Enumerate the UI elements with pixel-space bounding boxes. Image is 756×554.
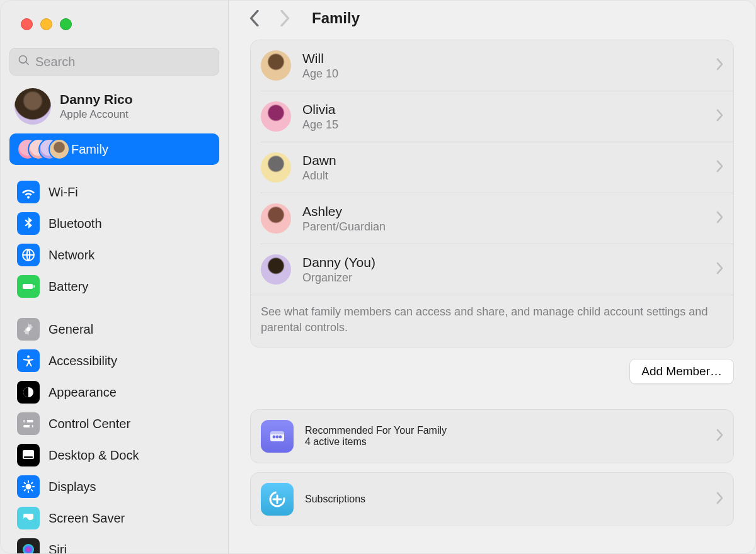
family-members-card: WillAge 10OliviaAge 15DawnAdultAshleyPar… (250, 40, 734, 348)
subscriptions-icon (261, 483, 294, 516)
family-member-row[interactable]: DawnAdult (261, 142, 733, 193)
sidebar-item-label: Siri (49, 543, 67, 554)
displays-icon (17, 475, 40, 498)
sidebar-item-screen-saver[interactable]: Screen Saver (9, 502, 219, 534)
sidebar-item-bluetooth[interactable]: Bluetooth (9, 208, 219, 239)
window-controls (9, 1, 219, 38)
sidebar-item-accessibility[interactable]: Accessibility (9, 345, 219, 376)
sidebar-item-label: Control Center (49, 417, 130, 431)
search-field[interactable] (9, 48, 219, 76)
sidebar-item-label: Bluetooth (49, 217, 102, 231)
sidebar-item-label: Desktop & Dock (49, 448, 139, 463)
recommended-subtitle: 4 active items (305, 436, 447, 448)
chevron-right-icon (716, 58, 723, 73)
settings-window: Danny Rico Apple Account Family Wi-FiBlu… (1, 1, 755, 553)
account-role: Apple Account (60, 108, 133, 121)
sidebar-item-label: Displays (49, 480, 96, 494)
subscriptions-title: Subscriptions (305, 494, 365, 505)
svg-rect-2 (33, 285, 35, 288)
gear-icon (17, 318, 40, 341)
family-member-row[interactable]: Danny (You)Organizer (261, 244, 733, 295)
sidebar-item-appearance[interactable]: Appearance (9, 376, 219, 408)
member-avatar (261, 152, 291, 183)
titlebar: Family (229, 1, 755, 37)
sidebar-item-label: Appearance (49, 385, 117, 400)
subscriptions-card[interactable]: Subscriptions (250, 472, 734, 526)
member-detail: Adult (302, 169, 336, 183)
chevron-right-icon (716, 429, 723, 444)
sidebar-item-network[interactable]: Network (9, 239, 219, 271)
member-name: Ashley (302, 204, 386, 219)
member-name: Danny (You) (302, 255, 375, 270)
svg-point-14 (23, 544, 34, 553)
svg-point-7 (25, 420, 28, 423)
family-access-note: See what family members can access and s… (251, 295, 733, 347)
svg-rect-11 (24, 456, 33, 458)
member-detail: Organizer (302, 271, 375, 285)
close-window-button[interactable] (21, 18, 33, 30)
member-detail: Parent/Guardian (302, 220, 386, 234)
sidebar-item-label: Network (49, 248, 94, 263)
sidebar-item-displays[interactable]: Displays (9, 471, 219, 502)
account-row[interactable]: Danny Rico Apple Account (9, 83, 219, 133)
sidebar-item-label: Screen Saver (49, 511, 125, 526)
minimize-window-button[interactable] (40, 18, 52, 30)
add-member-button[interactable]: Add Member… (629, 359, 734, 384)
appearance-icon (17, 381, 40, 404)
family-avatars-icon (17, 138, 62, 161)
back-button[interactable] (246, 9, 264, 27)
bluetooth-icon (17, 212, 40, 235)
chevron-right-icon (716, 160, 723, 175)
recommended-icon (261, 420, 294, 453)
accessibility-icon (17, 349, 40, 372)
zoom-window-button[interactable] (60, 18, 72, 30)
chevron-right-icon (716, 211, 723, 226)
sidebar-item-siri[interactable]: Siri (9, 534, 219, 553)
svg-point-16 (273, 436, 276, 439)
member-avatar (261, 101, 291, 132)
account-name: Danny Rico (60, 92, 133, 107)
account-avatar (14, 88, 51, 125)
main-content: Family WillAge 10OliviaAge 15DawnAdultAs… (229, 1, 755, 553)
sidebar-item-desktop-dock[interactable]: Desktop & Dock (9, 439, 219, 471)
sidebar-item-wi-fi[interactable]: Wi-Fi (9, 176, 219, 208)
battery-icon (17, 275, 40, 298)
sidebar-item-label: Family (71, 142, 108, 157)
member-avatar (261, 254, 291, 285)
svg-point-12 (26, 484, 32, 490)
wifi-icon (17, 181, 40, 203)
search-input[interactable] (35, 55, 211, 69)
svg-rect-1 (23, 284, 33, 289)
family-member-row[interactable]: WillAge 10 (261, 40, 733, 91)
member-name: Will (302, 51, 338, 66)
sidebar-item-label: Battery (49, 280, 88, 294)
sidebar-item-battery[interactable]: Battery (9, 271, 219, 302)
chevron-right-icon (716, 109, 723, 124)
member-avatar (261, 203, 291, 234)
siri-icon (17, 538, 40, 553)
svg-point-17 (276, 436, 279, 439)
page-title: Family (312, 9, 360, 27)
sidebar: Danny Rico Apple Account Family Wi-FiBlu… (1, 1, 229, 553)
chevron-right-icon (716, 492, 723, 507)
sidebar-item-control-center[interactable]: Control Center (9, 408, 219, 439)
network-icon (17, 244, 40, 266)
forward-button[interactable] (275, 9, 293, 27)
sidebar-item-family[interactable]: Family (9, 133, 219, 165)
dock-icon (17, 444, 40, 466)
family-member-row[interactable]: OliviaAge 15 (261, 91, 733, 142)
member-name: Olivia (302, 102, 338, 117)
search-icon (18, 54, 30, 69)
member-name: Dawn (302, 153, 336, 168)
svg-point-9 (30, 425, 33, 428)
member-detail: Age 10 (302, 67, 338, 81)
recommended-card[interactable]: Recommended For Your Family 4 active ite… (250, 409, 734, 463)
sidebar-item-label: Accessibility (49, 354, 117, 368)
switches-icon (17, 412, 40, 435)
svg-rect-19 (270, 431, 284, 434)
svg-point-18 (279, 436, 282, 439)
sidebar-item-label: General (49, 322, 93, 337)
family-member-row[interactable]: AshleyParent/Guardian (261, 193, 733, 244)
screensaver-icon (17, 507, 40, 529)
sidebar-item-general[interactable]: General (9, 314, 219, 345)
